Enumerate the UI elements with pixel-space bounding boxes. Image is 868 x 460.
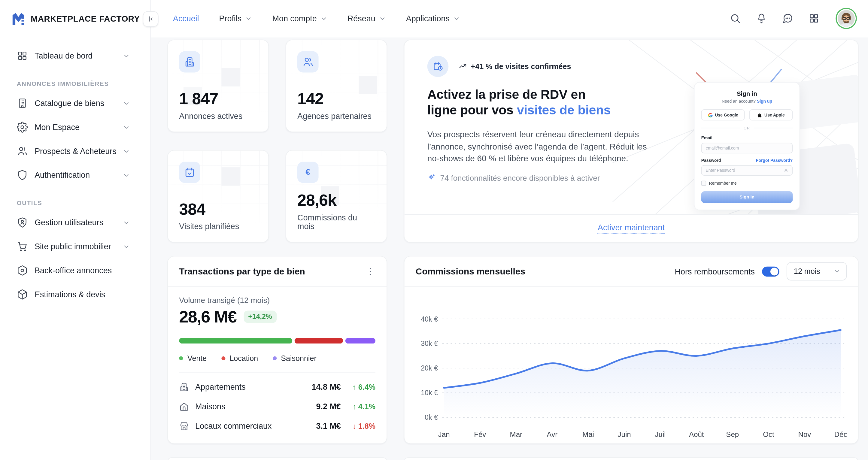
row-delta: ↑ 4.1% [341,402,375,411]
sidebar-nav: Tableau de bord ANNONCES IMMOBILIÈRES Ca… [0,37,150,304]
nav-link-accueil[interactable]: Accueil [173,14,199,23]
sparkle-icon [427,173,436,182]
chevron-down-icon [320,15,328,22]
collapse-left-icon [147,15,154,23]
svg-text:20k €: 20k € [421,364,438,372]
volume-value: 28,6 M€ [179,307,236,326]
search-icon[interactable] [730,13,741,24]
chevron-down-icon [123,171,130,179]
sidebar: MARKETPLACE FACTORY Tableau de bord ANNO… [0,0,151,460]
chart-legend: Vente Location Saisonnier [179,354,375,362]
svg-text:Sep: Sep [726,430,739,438]
stat-value: 1 847 [179,90,257,108]
store-icon [179,421,189,431]
grid-cell-decoration [221,167,240,186]
row-value: 14.8 M€ [311,383,341,392]
stat-icon-tile: € [297,162,319,183]
nav-link-reseau[interactable]: Réseau [347,14,386,23]
grid-cell-decoration [221,68,240,87]
shield-icon [17,170,28,181]
legend-dot [179,356,183,360]
chevron-down-icon [123,147,130,155]
svg-text:Fév: Fév [474,430,486,438]
refunds-toggle[interactable] [762,266,779,276]
promo-features-note: 74 fonctionnalités encore disponibles à … [427,173,858,182]
sidebar-item-catalogue-de-biens[interactable]: Catalogue de biens [7,94,143,112]
nav-link-mon-compte[interactable]: Mon compte [272,14,327,23]
sidebar-collapse-button[interactable] [143,11,158,27]
divider [179,372,375,373]
volume-row: 28,6 M€ +14,2% [179,307,375,326]
trend-up-icon [459,62,467,71]
stat-icon-tile [297,51,319,73]
sidebar-item-prospects-acheteurs[interactable]: Prospects & Acheteurs [7,142,143,161]
user-avatar[interactable] [838,10,855,27]
volume-delta-badge: +14,2% [244,311,276,323]
svg-text:10k €: 10k € [421,389,438,397]
main-column: Accueil Profils Mon compte Réseau Applic… [151,0,868,460]
primary-nav: Accueil Profils Mon compte Réseau Applic… [173,14,460,23]
kebab-menu-icon[interactable] [366,266,375,276]
top-navbar: Accueil Profils Mon compte Réseau Applic… [151,0,868,37]
apps-grid-icon[interactable] [808,13,819,24]
transactions-card: Transactions par type de bien Volume tra… [167,256,387,444]
stat-card-agences-partenaires: 142 Agences partenaires [286,40,387,132]
sidebar-item-mon-espace[interactable]: Mon Espace [7,118,143,137]
promo-stat-badge: +41 % de visites confirmées [459,62,571,71]
stat-value: 142 [297,90,375,108]
nav-link-profils[interactable]: Profils [219,14,252,23]
card-title: Transactions par type de bien [179,266,305,276]
navbar-actions [730,10,855,27]
sidebar-section-annonces: ANNONCES IMMOBILIÈRES [7,70,143,94]
svg-text:Déc: Déc [834,430,847,438]
bar-segment-location [294,338,343,344]
cube-icon [17,289,28,300]
stat-card-commissions-du-mois: € 28,6k Commissions du mois [286,150,387,242]
users-icon [303,57,314,68]
svg-text:Juil: Juil [655,430,666,438]
sidebar-item-tableau-de-bord[interactable]: Tableau de bord [7,46,143,65]
sidebar-item-label: Tableau de bord [35,51,93,60]
svg-text:Oct: Oct [763,430,774,438]
stat-label: Annonces actives [179,111,257,121]
chevron-down-icon [123,219,130,226]
building-icon [184,57,195,68]
calendar-check-icon [184,167,195,178]
transactions-body: Volume transigé (12 mois) 28,6 M€ +14,2%… [168,287,386,431]
activate-now-link[interactable]: Activer maintenant [598,223,665,234]
sidebar-section-outils: OUTILS [7,190,143,213]
sidebar-item-gestion-utilisateurs[interactable]: Gestion utilisateurs [7,213,143,232]
period-select[interactable]: 12 mois [786,262,847,281]
euro-icon: € [303,167,314,178]
promo-heading-highlight: visites de biens [517,103,611,117]
chevron-down-icon [123,52,130,60]
brand[interactable]: MARKETPLACE FACTORY [0,0,150,37]
bell-icon[interactable] [756,13,767,24]
row-label: Appartements [195,383,246,392]
sidebar-item-label: Catalogue de biens [35,99,104,108]
commissions-controls: Hors remboursements 12 mois [675,262,847,281]
home-icon [179,401,189,412]
chat-icon[interactable] [782,13,793,24]
sidebar-item-estimations-devis[interactable]: Estimations & devis [7,285,143,304]
chevron-down-icon [123,100,130,107]
chevron-down-icon [833,268,841,275]
sidebar-item-site-public-immobilier[interactable]: Site public immobilier [7,237,143,256]
svg-text:Mai: Mai [582,430,594,438]
nav-link-applications[interactable]: Applications [406,14,460,23]
sidebar-item-authentification[interactable]: Authentification [7,166,143,185]
app-window: MARKETPLACE FACTORY Tableau de bord ANNO… [0,0,868,460]
bar-segment-vente [179,338,292,344]
commissions-card: Commissions mensuelles Hors remboursemen… [404,256,859,444]
brand-name: MARKETPLACE FACTORY [31,14,140,24]
chevron-down-icon [123,123,130,131]
sidebar-item-back-office-annonces[interactable]: Back-office annonces [7,261,143,280]
svg-text:Nov: Nov [798,430,811,438]
period-value: 12 mois [794,267,820,276]
commissions-area-chart: 0k €10k €20k €30k €40k €JanFévMarAvrMaiJ… [416,295,847,440]
dashboard-icon [17,50,28,61]
legend-dot [221,356,225,360]
calendar-clock-icon-tile [427,56,449,77]
svg-text:Avr: Avr [547,430,558,438]
legend-item-vente: Vente [179,354,207,362]
